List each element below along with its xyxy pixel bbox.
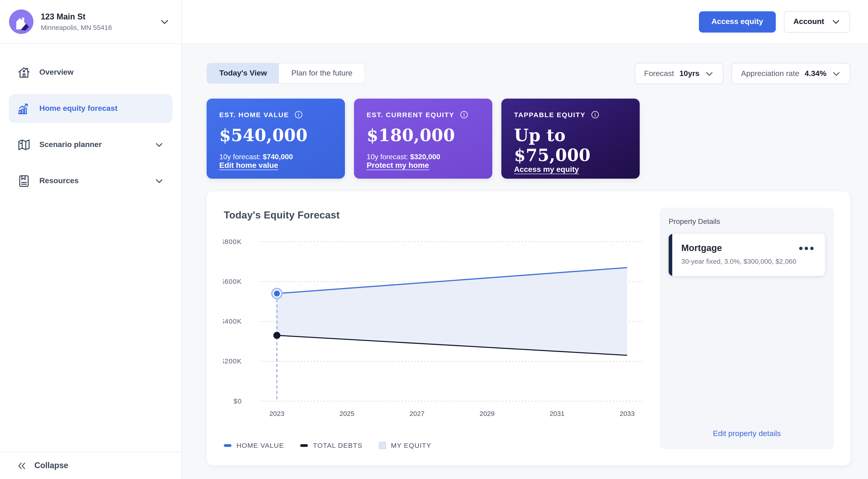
map-icon — [17, 138, 31, 152]
appreciation-rate-dropdown[interactable]: Appreciation rate 4.34% — [732, 63, 850, 84]
svg-text:2033: 2033 — [620, 410, 634, 417]
app: 123 Main St Minneapolis, MN 55416 — [0, 0, 868, 479]
card-title: TAPPABLE EQUITY — [514, 111, 585, 119]
equity-chart-svg: $0$200K$400K$600K$800K202320252027202920… — [223, 225, 646, 441]
mortgage-title-row: Mortgage ●●● — [681, 243, 815, 253]
topbar: Access equity Account — [182, 0, 868, 44]
svg-text:$400K: $400K — [223, 318, 242, 325]
card-forecast-value: $320,000 — [410, 153, 440, 160]
property-details-panel: Property Details Mortgage ●●● 30-year fi… — [659, 208, 834, 449]
tab-plan-for-future[interactable]: Plan for the future — [279, 63, 365, 83]
chevron-down-icon — [155, 140, 164, 149]
equity-forecast-card: Today's Equity Forecast $0$200K$400K$600… — [207, 191, 850, 466]
legend-item-my-equity: MY EQUITY — [379, 442, 431, 449]
controls-row: Today's View Plan for the future Forecas… — [207, 63, 850, 84]
sidebar-item-overview[interactable]: Overview — [9, 58, 172, 86]
account-menu-button[interactable]: Account — [784, 11, 850, 32]
card-forecast: 10y forecast: $320,000 — [367, 153, 480, 161]
address-line2: Minneapolis, MN 55416 — [41, 24, 152, 31]
page: 123 Main St Minneapolis, MN 55416 — [0, 0, 868, 479]
chart-section: Today's Equity Forecast $0$200K$400K$600… — [223, 208, 646, 449]
more-options-icon[interactable]: ●●● — [798, 244, 815, 252]
stat-cards-row: EST. HOME VALUE $540,000 10y forecast: $… — [207, 99, 850, 179]
svg-text:$800K: $800K — [223, 238, 242, 245]
legend-label: TOTAL DEBTS — [313, 442, 363, 449]
legend-label: MY EQUITY — [391, 442, 431, 449]
filters: Forecast 10yrs Appreciation rate 4.34% — [634, 63, 850, 84]
view-tabs: Today's View Plan for the future — [207, 63, 365, 84]
sidebar-item-label: Overview — [39, 68, 73, 77]
sidebar-item-resources[interactable]: Resources — [9, 167, 172, 195]
svg-text:$200K: $200K — [223, 357, 242, 365]
my-equity-swatch-icon — [379, 442, 386, 449]
forecast-label: Forecast — [644, 69, 674, 78]
sidebar-item-label: Resources — [39, 176, 79, 185]
double-chevron-left-icon — [16, 460, 27, 471]
card-value: $180,000 — [367, 125, 480, 145]
card-title-row: EST. HOME VALUE — [219, 110, 332, 119]
sidebar: 123 Main St Minneapolis, MN 55416 — [0, 0, 182, 479]
collapse-sidebar-button[interactable]: Collapse — [0, 452, 181, 479]
svg-text:2023: 2023 — [270, 410, 284, 417]
card-forecast-label: 10y forecast: — [367, 153, 408, 160]
svg-text:2027: 2027 — [410, 410, 425, 417]
tappable-equity-card: TAPPABLE EQUITY Up to $75,000 Access my … — [501, 99, 640, 179]
collapse-label: Collapse — [34, 461, 68, 471]
house-icon — [17, 65, 31, 80]
sidebar-item-home-equity-forecast[interactable]: Home equity forecast — [9, 94, 172, 123]
svg-text:2031: 2031 — [550, 410, 564, 417]
edit-home-value-link[interactable]: Edit home value — [219, 161, 278, 170]
mortgage-details: 30-year fixed, 3.0%, $300,000, $2,060 — [681, 258, 815, 265]
address-block: 123 Main St Minneapolis, MN 55416 — [41, 12, 152, 31]
main-area: Access equity Account Today's View Plan … — [182, 0, 868, 479]
card-value: $540,000 — [219, 125, 332, 145]
forecast-dropdown[interactable]: Forecast 10yrs — [634, 63, 723, 84]
sidebar-item-scenario-planner[interactable]: Scenario planner — [9, 131, 172, 159]
card-forecast-label: 10y forecast: — [219, 153, 260, 160]
mortgage-card[interactable]: Mortgage ●●● 30-year fixed, 3.0%, $300,0… — [669, 234, 825, 276]
app-logo — [9, 9, 33, 34]
edit-property-details-link[interactable]: Edit property details — [713, 429, 781, 438]
mortgage-name: Mortgage — [681, 243, 722, 253]
address-line1: 123 Main St — [41, 12, 152, 22]
appreciation-rate-value: 4.34% — [805, 69, 827, 78]
info-icon[interactable] — [294, 110, 304, 119]
card-accent-bar — [669, 234, 672, 276]
chevron-down-icon — [160, 17, 169, 27]
card-title-row: TAPPABLE EQUITY — [514, 110, 627, 119]
document-bookmark-icon — [17, 174, 31, 188]
home-value-swatch-icon — [224, 444, 231, 447]
est-current-equity-card: EST. CURRENT EQUITY $180,000 10y forecas… — [354, 99, 492, 179]
protect-my-home-link[interactable]: Protect my home — [367, 161, 429, 170]
card-forecast-value: $740,000 — [263, 153, 293, 160]
card-value: Up to $75,000 — [514, 125, 627, 165]
sidebar-nav: Overview Home equity forecast — [0, 44, 181, 452]
info-icon[interactable] — [590, 110, 600, 119]
appreciation-rate-label: Appreciation rate — [741, 69, 799, 78]
sidebar-item-label: Scenario planner — [39, 140, 102, 149]
card-forecast: 10y forecast: $740,000 — [219, 153, 332, 161]
card-title: EST. CURRENT EQUITY — [367, 111, 454, 119]
card-title-row: EST. CURRENT EQUITY — [367, 110, 480, 119]
chevron-down-icon — [705, 69, 714, 78]
sidebar-item-label: Home equity forecast — [39, 104, 118, 113]
svg-text:2029: 2029 — [479, 410, 494, 417]
legend-label: HOME VALUE — [237, 442, 284, 449]
info-icon[interactable] — [459, 110, 469, 119]
card-title: EST. HOME VALUE — [219, 111, 289, 119]
svg-text:$0: $0 — [234, 397, 242, 405]
account-label: Account — [794, 17, 824, 26]
legend-item-total-debts: TOTAL DEBTS — [301, 442, 363, 449]
access-my-equity-link[interactable]: Access my equity — [514, 165, 579, 174]
bar-chart-trend-icon — [17, 101, 31, 116]
chart-legend: HOME VALUE TOTAL DEBTS MY EQUITY — [224, 442, 646, 449]
content: Today's View Plan for the future Forecas… — [182, 44, 868, 479]
property-switcher[interactable]: 123 Main St Minneapolis, MN 55416 — [0, 0, 181, 44]
property-details-title: Property Details — [669, 217, 825, 226]
access-equity-button[interactable]: Access equity — [699, 11, 776, 32]
svg-text:$600K: $600K — [223, 278, 242, 285]
chart-title: Today's Equity Forecast — [224, 209, 646, 221]
tab-todays-view[interactable]: Today's View — [207, 63, 279, 83]
svg-text:2025: 2025 — [340, 410, 354, 417]
chevron-down-icon — [831, 17, 840, 26]
